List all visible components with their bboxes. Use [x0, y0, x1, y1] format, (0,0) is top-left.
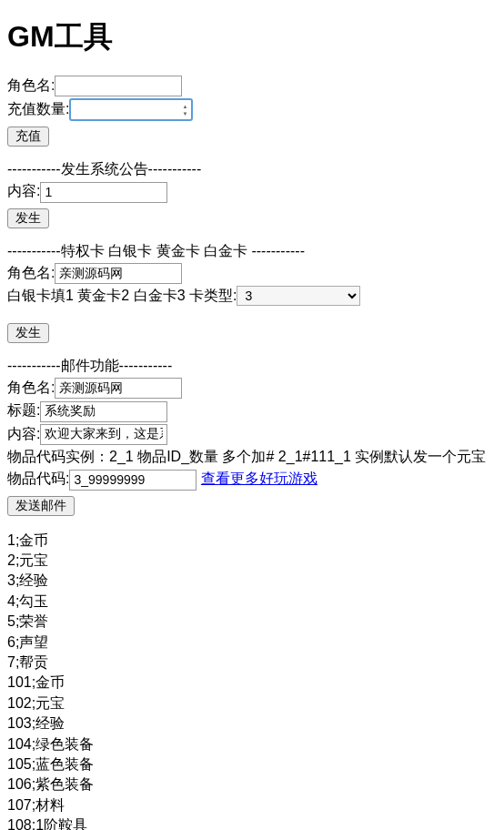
announcement-separator: -----------发生系统公告-----------: [7, 159, 497, 179]
list-item: 107;材料: [7, 795, 497, 815]
mail-example-text: 物品代码实例：2_1 物品ID_数量 多个加# 2_1#111_1 实例默认发一…: [7, 447, 497, 467]
card-role-input[interactable]: [55, 263, 182, 284]
list-item: 3;经验: [7, 571, 497, 591]
mail-title-label: 标题:: [7, 402, 40, 418]
recharge-amount-input[interactable]: [69, 98, 193, 121]
recharge-role-label: 角色名:: [7, 77, 55, 93]
mail-submit-button[interactable]: 发送邮件: [7, 496, 75, 516]
list-item: 108;1阶鞍具: [7, 815, 497, 830]
announcement-submit-button[interactable]: 发生: [7, 208, 49, 228]
mail-code-label: 物品代码:: [7, 471, 69, 486]
card-type-select[interactable]: 3: [237, 286, 360, 306]
mail-content-input[interactable]: [40, 424, 167, 445]
mail-code-input[interactable]: [69, 470, 197, 491]
recharge-amount-label: 充值数量:: [7, 101, 69, 116]
card-submit-button[interactable]: 发生: [7, 323, 49, 343]
announcement-content-input[interactable]: [40, 182, 167, 203]
announcement-content-label: 内容:: [7, 183, 40, 198]
list-item: 4;勾玉: [7, 592, 497, 612]
recharge-submit-button[interactable]: 充值: [7, 127, 49, 147]
list-item: 103;经验: [7, 714, 497, 734]
list-item: 105;蓝色装备: [7, 754, 497, 774]
item-code-list: 1;金币2;元宝3;经验4;勾玉5;荣誉6;声望7;帮贡101;金币102;元宝…: [7, 531, 497, 830]
list-item: 1;金币: [7, 531, 497, 551]
mail-title-input[interactable]: [40, 401, 167, 422]
more-games-link[interactable]: 查看更多好玩游戏: [201, 471, 318, 486]
list-item: 106;紫色装备: [7, 774, 497, 795]
list-item: 6;声望: [7, 633, 497, 653]
list-item: 104;绿色装备: [7, 734, 497, 754]
card-role-label: 角色名:: [7, 265, 55, 280]
mail-role-input[interactable]: [55, 378, 182, 399]
mail-content-label: 内容:: [7, 426, 40, 441]
list-item: 7;帮贡: [7, 653, 497, 673]
page-title: GM工具: [7, 16, 497, 57]
mail-role-label: 角色名:: [7, 380, 55, 395]
mail-separator: -----------邮件功能-----------: [7, 356, 497, 376]
recharge-role-input[interactable]: [55, 76, 182, 96]
list-item: 102;元宝: [7, 693, 497, 714]
list-item: 101;金币: [7, 673, 497, 693]
list-item: 2;元宝: [7, 551, 497, 571]
card-hint-label: 白银卡填1 黄金卡2 白金卡3 卡类型:: [7, 288, 237, 303]
card-separator: -----------特权卡 白银卡 黄金卡 白金卡 -----------: [7, 241, 497, 261]
list-item: 5;荣誉: [7, 612, 497, 632]
